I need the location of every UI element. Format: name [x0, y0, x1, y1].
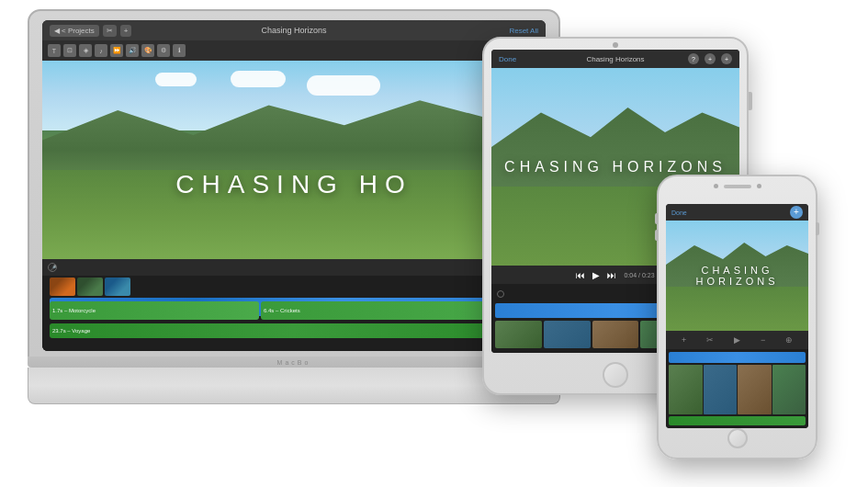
iphone-add-button[interactable]: +	[790, 206, 803, 219]
audio-track-row: 1.7s – Motorcycle 6.4s – Crickets	[50, 301, 538, 320]
iphone-title-track[interactable]	[669, 352, 806, 363]
ipad-side-button[interactable]	[749, 92, 752, 110]
ipad-thumb-3	[592, 321, 639, 348]
laptop-titlebar-left: ◀ < Projects ✂ +	[50, 25, 131, 37]
iphone-tool-3[interactable]: ▶	[734, 335, 740, 345]
laptop-video-area: CHASING HO	[42, 61, 546, 259]
iphone-terraces	[666, 287, 808, 331]
ipad-done-button[interactable]: Done	[499, 55, 516, 63]
laptop-title: Chasing Horizons	[261, 26, 326, 35]
iphone-home-button[interactable]	[727, 428, 748, 448]
iphone-screen: Done + CHASING HORIZONS + ✂ ▶ − ⊕	[666, 204, 808, 428]
settings-icon[interactable]: ⚙	[157, 44, 170, 57]
step-back-button[interactable]: ⏮	[576, 270, 585, 280]
thumb-2	[77, 277, 103, 296]
laptop-screen-bezel: ◀ < Projects ✂ + Chasing Horizons Reset …	[42, 20, 546, 351]
thumbnail-row	[50, 277, 130, 296]
iphone-thumb-3	[738, 365, 772, 414]
laptop-video-title: CHASING HO	[175, 170, 411, 199]
ipad-mic-icon[interactable]	[497, 290, 504, 298]
audio-icon[interactable]: ♪	[95, 44, 107, 57]
filter-icon[interactable]: ◈	[79, 44, 92, 57]
play-button[interactable]: ▶	[592, 270, 600, 280]
iphone-audio-track[interactable]	[669, 416, 806, 425]
projects-button[interactable]: ◀ < Projects	[50, 25, 99, 37]
laptop-trackpad	[28, 368, 560, 404]
iphone-speaker	[724, 185, 751, 188]
add-button[interactable]: +	[120, 25, 132, 37]
iphone-body: Done + CHASING HORIZONS + ✂ ▶ − ⊕	[657, 175, 817, 459]
reset-all-button[interactable]: Reset All	[509, 27, 538, 35]
iphone-vol1-button[interactable]	[655, 213, 659, 224]
thumb-3	[105, 277, 130, 296]
ipad-home-button[interactable]	[603, 362, 628, 388]
speed-icon[interactable]: ⏩	[110, 44, 123, 57]
ipad-titlebar: Done Chasing Horizons ? + +	[491, 50, 739, 68]
iphone-tool-2[interactable]: ✂	[706, 335, 714, 345]
ipad-more-icon[interactable]: +	[721, 53, 732, 64]
audio-seg2-label: 6.4s – Crickets	[264, 308, 300, 313]
time-display: 0:04 / 0:23	[624, 272, 654, 278]
laptop-brand-label: MacBo	[277, 359, 311, 366]
color-icon[interactable]: 🎨	[141, 44, 154, 57]
mic-icon[interactable]: 🎤	[48, 263, 57, 272]
step-forward-button[interactable]: ⏭	[607, 270, 616, 280]
laptop-base: MacBo	[28, 357, 560, 404]
video-title-overlay: CHASING HO	[42, 170, 546, 199]
volume-icon[interactable]: 🔊	[126, 44, 139, 57]
iphone-vol2-button[interactable]	[655, 230, 659, 241]
chevron-left-icon: ◀	[54, 27, 60, 35]
iphone-tool-4[interactable]: −	[761, 335, 765, 345]
ipad-video-title: CHASING HORIZONS	[491, 159, 739, 176]
timeline-tracks: 3.7s - CHASING HORIZONS 1.7s – Motorcycl…	[42, 276, 546, 351]
info-icon[interactable]: ℹ	[173, 44, 186, 57]
iphone-thumb-2	[704, 365, 738, 414]
iphone: Done + CHASING HORIZONS + ✂ ▶ − ⊕	[657, 175, 817, 459]
laptop-titlebar: ◀ < Projects ✂ + Chasing Horizons Reset …	[42, 20, 546, 40]
scene: ◀ < Projects ✂ + Chasing Horizons Reset …	[0, 0, 868, 487]
laptop-main: CHASING HO 🎤	[42, 61, 546, 351]
iphone-tool-5[interactable]: ⊕	[785, 335, 793, 345]
iphone-thumb-row	[669, 365, 806, 414]
iphone-cam-dot2	[757, 184, 761, 188]
ipad-add-icon[interactable]: +	[705, 53, 716, 64]
iphone-thumb-1	[669, 365, 703, 414]
ipad-title: Chasing Horizons	[586, 55, 644, 63]
audio-seg-1[interactable]: 1.7s – Motorcycle	[50, 301, 259, 320]
iphone-tools: + ✂ ▶ − ⊕	[666, 331, 808, 349]
ipad-toolbar-icons: ? + +	[688, 53, 732, 64]
iphone-done-button[interactable]: Done	[671, 210, 687, 216]
edit-button[interactable]: ✂	[103, 25, 117, 37]
crop-icon[interactable]: ⊡	[63, 44, 76, 57]
iphone-video: CHASING HORIZONS	[666, 221, 808, 331]
iphone-camera-area	[714, 184, 761, 188]
iphone-video-title: CHASING HORIZONS	[666, 265, 808, 287]
laptop-video-bg: CHASING HO	[42, 61, 546, 259]
ipad-thumb-2	[544, 321, 591, 348]
ipad-help-icon[interactable]: ?	[688, 53, 699, 64]
laptop-brand: MacBo	[28, 357, 560, 368]
ipad-thumb-1	[495, 321, 542, 348]
laptop: ◀ < Projects ✂ + Chasing Horizons Reset …	[28, 9, 560, 404]
projects-label: < Projects	[62, 27, 95, 35]
ipad-camera	[613, 42, 618, 48]
laptop-toolbar: T ⊡ ◈ ♪ ⏩ 🔊 🎨 ⚙ ℹ	[42, 40, 546, 61]
laptop-body: ◀ < Projects ✂ + Chasing Horizons Reset …	[28, 9, 560, 358]
iphone-tool-1[interactable]: +	[682, 335, 686, 345]
iphone-camera-dot	[714, 184, 718, 188]
iphone-timeline	[666, 349, 808, 428]
thumb-1	[50, 277, 75, 296]
audio-bottom-label: 23.7s – Voyage	[52, 328, 90, 334]
iphone-side-button[interactable]	[816, 222, 819, 235]
audio-track-bottom[interactable]: 23.7s – Voyage	[50, 323, 538, 338]
audio-seg1-label: 1.7s – Motorcycle	[52, 308, 96, 313]
timeline-controls: 🎤	[42, 259, 546, 276]
laptop-timeline: 🎤 3.7s - CHASING HORIZONS	[42, 259, 546, 351]
iphone-titlebar: Done +	[666, 204, 808, 221]
text-tool-icon[interactable]: T	[48, 44, 61, 57]
iphone-thumb-4	[772, 365, 806, 414]
